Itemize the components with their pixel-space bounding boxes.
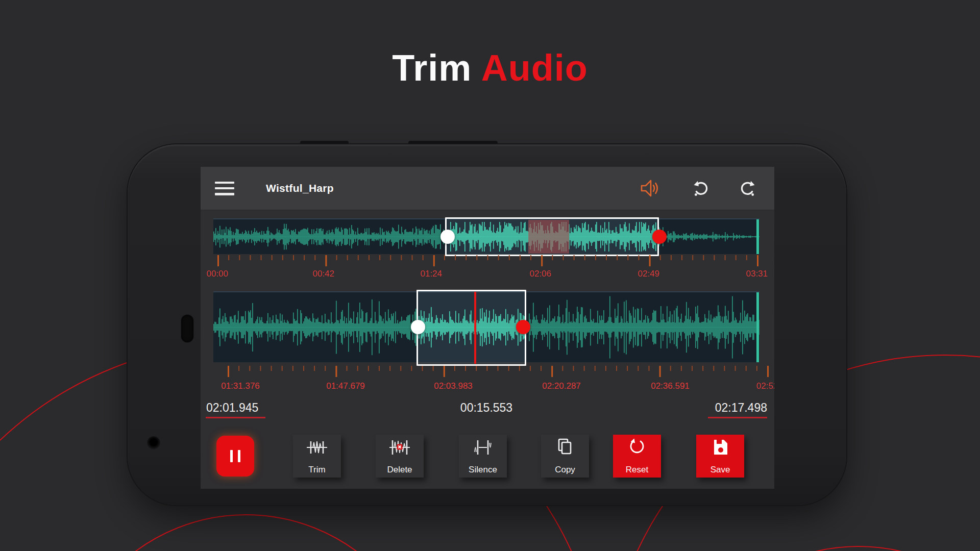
undo-icon[interactable]	[692, 179, 709, 197]
phone-headphone-jack	[147, 436, 160, 449]
menu-button[interactable]	[215, 182, 234, 195]
ruler-label: 02:06	[530, 269, 552, 279]
ruler-label: 02:52.8	[756, 381, 774, 391]
selection-start-time: 02:01.945	[206, 401, 258, 415]
trim-button[interactable]: Trim	[293, 435, 341, 478]
delete-label: Delete	[387, 465, 412, 475]
selection-duration: 00:15.553	[460, 401, 512, 415]
start-time-underline	[206, 417, 265, 418]
zoom-selection-box[interactable]	[416, 290, 526, 366]
ruler-label: 02:49	[638, 269, 660, 279]
zoom-ruler-labels: 01:31.376 01:47.679 02:03.983 02:20.287 …	[213, 381, 774, 392]
page-title-white: Trim	[392, 47, 472, 88]
ruler-label: 01:31.376	[221, 381, 260, 391]
hamburger-icon	[215, 182, 234, 184]
silence-label: Silence	[469, 465, 497, 475]
toolbar-icons	[640, 178, 757, 198]
page-title-red: Audio	[481, 47, 588, 88]
zoom-playhead[interactable]	[474, 292, 476, 364]
ruler-label: 02:03.983	[434, 381, 473, 391]
delete-icon	[388, 437, 411, 458]
pause-button[interactable]	[216, 436, 254, 477]
silence-icon	[472, 437, 494, 458]
zoom-track-end-marker	[756, 292, 759, 362]
save-icon	[710, 437, 730, 458]
overview-trim-end-handle[interactable]	[652, 230, 667, 244]
copy-button[interactable]: Copy	[541, 435, 589, 478]
trim-label: Trim	[308, 465, 325, 475]
end-time-underline	[708, 417, 767, 418]
overview-track-end-marker	[756, 219, 759, 254]
page-title: Trim Audio	[0, 47, 980, 89]
app-screen: Wistful_Harp	[201, 167, 774, 489]
zoom-ruler-ticks	[213, 366, 774, 379]
selection-end-time: 02:17.498	[715, 401, 767, 415]
zoom-trim-start-handle[interactable]	[411, 320, 425, 334]
phone-camera	[181, 315, 193, 342]
reset-icon	[627, 437, 647, 458]
overview-trim-start-handle[interactable]	[440, 230, 455, 244]
reset-label: Reset	[626, 465, 648, 475]
ruler-label: 02:20.287	[542, 381, 581, 391]
copy-label: Copy	[555, 465, 575, 475]
overview-selection-box[interactable]	[445, 217, 659, 256]
page-background: Trim Audio Wistful_Harp	[0, 0, 980, 551]
reset-button[interactable]: Reset	[613, 435, 661, 478]
save-label: Save	[710, 465, 730, 475]
volume-icon[interactable]	[640, 178, 661, 198]
file-title: Wistful_Harp	[266, 182, 334, 194]
overview-ruler-labels: 00:00 00:42 01:24 02:06 02:49 03:31	[213, 269, 774, 280]
ruler-label: 03:31	[746, 269, 768, 279]
ruler-label: 00:00	[207, 269, 229, 279]
silence-button[interactable]: Silence	[459, 435, 507, 478]
copy-icon	[555, 437, 575, 458]
overview-ruler-ticks	[213, 255, 760, 268]
redo-icon[interactable]	[740, 179, 757, 197]
ruler-label: 01:24	[421, 269, 443, 279]
zoom-trim-end-handle[interactable]	[516, 320, 530, 334]
ruler-label: 02:36.591	[651, 381, 690, 391]
ruler-label: 01:47.679	[326, 381, 365, 391]
save-button[interactable]: Save	[696, 435, 744, 478]
ruler-label: 00:42	[313, 269, 335, 279]
pause-icon	[228, 450, 243, 462]
trim-icon	[306, 437, 328, 458]
app-toolbar: Wistful_Harp	[201, 167, 774, 210]
delete-button[interactable]: Delete	[376, 435, 424, 478]
